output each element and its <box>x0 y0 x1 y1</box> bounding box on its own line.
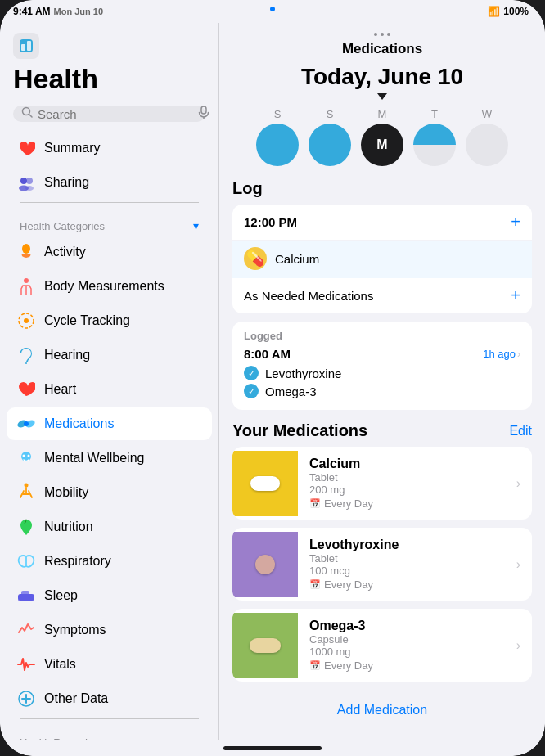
day-circle-t1[interactable] <box>413 124 456 166</box>
calcium-name: Calcium <box>309 457 505 471</box>
svg-point-12 <box>24 278 29 283</box>
battery-text: 100% <box>503 6 529 17</box>
log-time-row: 12:00 PM + <box>232 205 532 241</box>
app-title: Health <box>13 64 205 94</box>
med-card-calcium[interactable]: Calcium Tablet 200 mg 📅 Every Day › <box>232 447 532 520</box>
svg-point-10 <box>25 186 34 191</box>
sidebar-item-sleep[interactable]: Sleep <box>7 579 212 612</box>
activity-icon <box>16 242 36 262</box>
sidebar-item-mental-wellbeing[interactable]: Mental Wellbeing <box>7 442 212 475</box>
status-bar: 9:41 AM Mon Jun 10 📶 100% <box>0 0 545 23</box>
health-categories-label: Health Categories <box>20 220 105 232</box>
chevron-right-icon: › <box>517 349 520 360</box>
divider-2 <box>20 718 199 719</box>
svg-point-16 <box>25 362 27 364</box>
levothyroxine-schedule: 📅 Every Day <box>309 578 505 591</box>
omega3-schedule: 📅 Every Day <box>309 659 505 672</box>
svg-point-22 <box>28 455 30 457</box>
body-measurements-icon <box>16 277 36 296</box>
logged-ago-value: 1h ago › <box>483 348 520 360</box>
svg-point-21 <box>23 455 25 457</box>
sharing-icon <box>16 173 36 192</box>
home-indicator <box>0 740 545 756</box>
svg-point-7 <box>20 178 27 184</box>
sidebar-item-cycle-tracking[interactable]: Cycle Tracking <box>7 304 212 337</box>
sidebar-nav: Summary Sharing <box>0 132 218 740</box>
calcium-pill-icon: 💊 <box>244 247 267 270</box>
day-circle-m[interactable]: M <box>361 124 403 166</box>
content-body: Log 12:00 PM + 💊 Calcium <box>219 176 545 740</box>
sidebar-item-other-data[interactable]: Other Data <box>7 682 212 715</box>
day-col-m: M M <box>361 108 403 166</box>
sidebar-item-symptoms[interactable]: Symptoms <box>7 614 212 646</box>
edit-meds-button[interactable]: Edit <box>509 424 532 439</box>
calcium-schedule: 📅 Every Day <box>309 497 505 510</box>
mic-icon <box>198 106 209 122</box>
search-bar[interactable] <box>13 106 205 122</box>
nutrition-icon <box>16 517 36 537</box>
sidebar-item-respiratory[interactable]: Respiratory <box>7 545 212 578</box>
med-card-levothyroxine[interactable]: Levothyroxine Tablet 100 mcg 📅 Every Day… <box>232 528 532 601</box>
dot-1 <box>374 33 377 36</box>
mental-wellbeing-icon <box>16 448 36 468</box>
med-card-omega3[interactable]: Omega-3 Capsule 1000 mg 📅 Every Day › <box>232 609 532 682</box>
sidebar-item-sharing[interactable]: Sharing <box>7 166 212 199</box>
symptoms-icon <box>16 620 36 640</box>
page-title: Medications <box>236 41 529 57</box>
sidebar-item-medications[interactable]: Medications <box>7 407 212 440</box>
as-needed-label: As Needed Medications <box>244 289 373 303</box>
as-needed-add-button[interactable]: + <box>511 286 520 305</box>
respiratory-icon <box>16 551 36 571</box>
log-calcium-row[interactable]: 💊 Calcium <box>232 241 532 278</box>
cycle-tracking-icon <box>16 311 36 331</box>
symptoms-label: Symptoms <box>44 623 106 637</box>
omega3-name: Omega-3 <box>309 619 505 633</box>
heart-label: Heart <box>44 382 76 397</box>
three-dots-menu[interactable] <box>236 33 529 36</box>
health-categories-section[interactable]: Health Categories ▾ <box>7 206 212 236</box>
summary-label: Summary <box>44 141 100 155</box>
health-records-section[interactable]: Health Records ▾ <box>7 722 212 740</box>
sidebar-item-heart[interactable]: Heart <box>7 373 212 406</box>
activity-label: Activity <box>44 245 86 259</box>
day-col-s1: S <box>256 108 299 166</box>
content-area: Medications Today, June 10 S S <box>219 23 545 740</box>
sidebar-item-nutrition[interactable]: Nutrition <box>7 511 212 543</box>
logged-omega-row: ✓ Omega-3 <box>244 384 520 398</box>
day-circle-s1[interactable] <box>256 124 299 166</box>
levothyroxine-dosage: 100 mcg <box>309 565 505 577</box>
logged-header-label: Logged <box>244 330 520 342</box>
sidebar-item-vitals[interactable]: Vitals <box>7 648 212 681</box>
svg-point-23 <box>25 484 29 488</box>
sidebar-item-summary[interactable]: Summary <box>7 132 212 164</box>
log-add-button[interactable]: + <box>511 213 520 232</box>
respiratory-label: Respiratory <box>44 554 111 569</box>
day-circle-w[interactable] <box>466 124 508 166</box>
home-bar <box>223 746 322 750</box>
search-input[interactable] <box>38 107 193 121</box>
other-data-label: Other Data <box>44 691 108 706</box>
check-omega-icon: ✓ <box>244 384 259 398</box>
add-medication-button[interactable]: Add Medication <box>232 690 532 731</box>
levothyroxine-chevron: › <box>516 557 532 572</box>
status-date: Mon Jun 10 <box>54 7 104 16</box>
omega3-info: Omega-3 Capsule 1000 mg 📅 Every Day <box>298 609 516 682</box>
sidebar-item-hearing[interactable]: Hearing <box>7 339 212 371</box>
sidebar-item-activity[interactable]: Activity <box>7 236 212 268</box>
calcium-type: Tablet <box>309 471 505 484</box>
logged-time-row[interactable]: 8:00 AM 1h ago › <box>244 347 520 361</box>
as-needed-row: As Needed Medications + <box>232 278 532 313</box>
svg-point-8 <box>26 178 33 184</box>
omega3-chevron: › <box>516 638 532 653</box>
svg-point-15 <box>24 318 29 323</box>
day-circle-s2[interactable] <box>309 124 351 166</box>
heart-fill-icon <box>16 380 36 399</box>
sidebar-item-mobility[interactable]: Mobility <box>7 476 212 509</box>
status-time: 9:41 AM <box>13 6 51 17</box>
dot-3 <box>387 33 390 36</box>
svg-rect-27 <box>18 597 34 601</box>
sidebar-item-body-measurements[interactable]: Body Measurements <box>7 270 212 303</box>
omega3-dosage: 1000 mg <box>309 646 505 658</box>
day-col-t1: T <box>413 108 456 166</box>
search-icon <box>21 106 33 121</box>
